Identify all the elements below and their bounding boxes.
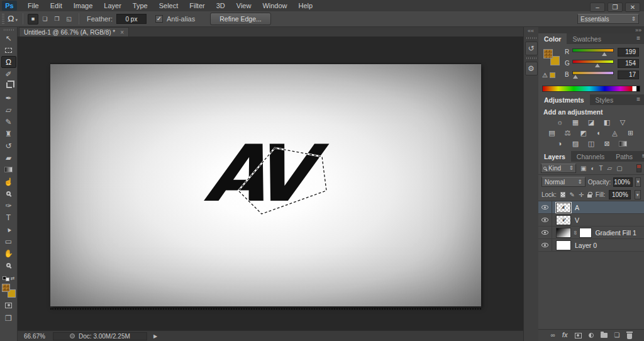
lock-paint-icon[interactable]: ✎: [569, 192, 574, 198]
screen-mode-button[interactable]: ❐: [1, 313, 16, 324]
filter-shape-icon[interactable]: ▱: [608, 165, 613, 172]
layer-row-a[interactable]: A A: [538, 201, 644, 214]
dodge-tool[interactable]: [1, 187, 16, 199]
fill-dropdown-icon[interactable]: ▾: [635, 190, 641, 199]
brightness-contrast-icon[interactable]: ☼: [555, 118, 565, 126]
foreground-color-swatch[interactable]: [2, 284, 10, 292]
brush-tool[interactable]: ✎: [1, 116, 16, 128]
rectangle-tool[interactable]: ▭: [1, 235, 16, 247]
tool-preset-caret-icon[interactable]: ▾: [15, 18, 18, 23]
feather-input[interactable]: 0 px: [116, 14, 147, 24]
red-slider-track[interactable]: [572, 48, 614, 52]
opacity-dropdown-icon[interactable]: ▾: [635, 177, 641, 187]
eraser-tool[interactable]: ▰: [1, 152, 16, 164]
workspace-switcher[interactable]: Essentials ⇕: [577, 14, 639, 24]
menu-view[interactable]: View: [231, 1, 257, 11]
panel-menu-icon[interactable]: ≡: [633, 94, 644, 105]
gradient-tool[interactable]: [1, 164, 16, 176]
lock-all-icon[interactable]: [587, 194, 592, 198]
menu-type[interactable]: Type: [127, 1, 153, 11]
lasso-tool-icon[interactable]: Ω: [8, 15, 14, 23]
opacity-input[interactable]: 100%: [613, 177, 633, 187]
menu-window[interactable]: Window: [257, 1, 292, 11]
lasso-tool[interactable]: Ω: [1, 56, 16, 68]
layer-thumbnail[interactable]: [556, 240, 571, 250]
layer-row-layer0[interactable]: Layer 0: [538, 239, 644, 252]
close-button[interactable]: ✕: [625, 3, 640, 12]
levels-icon[interactable]: ▦: [570, 118, 580, 126]
selection-mode-new-button[interactable]: ■: [28, 14, 38, 25]
hand-tool[interactable]: ✋: [1, 247, 16, 259]
tab-channels[interactable]: Channels: [571, 151, 610, 162]
quick-mask-button[interactable]: [1, 299, 16, 311]
default-swap-colors[interactable]: ⇄: [3, 275, 15, 281]
menu-3d[interactable]: 3D: [211, 1, 231, 11]
layer-name[interactable]: Layer 0: [575, 242, 597, 249]
filter-type-icon[interactable]: T: [599, 165, 603, 172]
selection-mode-intersect-button[interactable]: ◱: [64, 14, 74, 25]
layer-name[interactable]: A: [575, 204, 579, 211]
add-layer-mask-icon[interactable]: [575, 333, 582, 338]
visibility-cell[interactable]: [538, 226, 552, 238]
type-tool[interactable]: T: [1, 211, 16, 223]
green-value-input[interactable]: 154: [618, 59, 639, 68]
new-layer-icon[interactable]: ❏: [614, 332, 620, 338]
layer-filter-toggle[interactable]: [636, 164, 641, 172]
document-tab[interactable]: Untitled-1 @ 66.7% (A, RGB/8) * ×: [19, 27, 129, 36]
filter-smart-object-icon[interactable]: ▢: [616, 165, 622, 172]
properties-panel-button[interactable]: ⚙: [525, 62, 538, 75]
menu-edit[interactable]: Edit: [45, 1, 68, 11]
clone-stamp-tool[interactable]: ♜: [1, 128, 16, 140]
red-slider[interactable]: [572, 48, 614, 56]
layer-row-v[interactable]: V V: [538, 214, 644, 226]
layer-thumbnail[interactable]: V: [556, 215, 571, 225]
rectangular-marquee-tool[interactable]: [1, 44, 16, 56]
threshold-icon[interactable]: ◫: [586, 140, 596, 148]
minimize-button[interactable]: –: [590, 3, 605, 12]
menu-layer[interactable]: Layer: [98, 1, 127, 11]
green-slider-thumb[interactable]: [595, 64, 600, 67]
color-lookup-icon[interactable]: ⊞: [626, 129, 636, 137]
channel-mixer-icon[interactable]: ◬: [610, 129, 620, 137]
vibrance-icon[interactable]: ▽: [618, 118, 628, 126]
eyedropper-tool[interactable]: ✒: [1, 92, 16, 104]
blend-mode-select[interactable]: Normal ⇕: [541, 177, 586, 187]
menu-select[interactable]: Select: [153, 1, 184, 11]
canvas-pasteboard[interactable]: AV: [18, 36, 523, 330]
crop-tool[interactable]: [1, 80, 16, 92]
red-value-input[interactable]: 199: [618, 48, 639, 57]
selection-mode-subtract-button[interactable]: ❐: [52, 14, 62, 25]
visibility-cell[interactable]: [538, 201, 552, 213]
refine-edge-button[interactable]: Refine Edge...: [210, 13, 271, 25]
black-white-icon[interactable]: ◩: [579, 129, 589, 137]
green-slider-track[interactable]: [572, 60, 614, 64]
layer-name[interactable]: V: [575, 216, 579, 224]
tab-color[interactable]: Color: [538, 33, 567, 44]
blue-slider[interactable]: [572, 70, 614, 79]
lock-position-icon[interactable]: ✛: [579, 192, 584, 198]
curves-icon[interactable]: ◪: [586, 118, 596, 126]
tab-styles[interactable]: Styles: [590, 94, 619, 105]
visibility-cell[interactable]: [538, 239, 552, 251]
tab-layers[interactable]: Layers: [538, 151, 571, 162]
invert-icon[interactable]: ◑: [555, 140, 565, 148]
fill-input[interactable]: 100%: [609, 190, 630, 199]
tab-swatches[interactable]: Swatches: [567, 33, 607, 44]
lock-transparency-icon[interactable]: [560, 192, 566, 198]
document-canvas[interactable]: AV: [50, 64, 481, 306]
move-tool[interactable]: ↖: [1, 32, 16, 44]
spot-healing-brush-tool[interactable]: ▱: [1, 104, 16, 116]
menu-image[interactable]: Image: [68, 1, 99, 11]
antialias-checkbox[interactable]: ✓: [155, 15, 163, 23]
pen-tool[interactable]: ✑: [1, 199, 16, 211]
tab-adjustments[interactable]: Adjustments: [538, 94, 590, 105]
new-adjustment-layer-icon[interactable]: [589, 333, 594, 338]
document-info-field[interactable]: Doc: 3.00M/2.25M: [53, 332, 147, 340]
filter-pixel-icon[interactable]: ▣: [580, 165, 586, 172]
tab-close-icon[interactable]: ×: [120, 29, 124, 36]
history-brush-tool[interactable]: ↺: [1, 140, 16, 152]
selective-color-icon[interactable]: ⊠: [602, 140, 612, 148]
exposure-icon[interactable]: ◧: [602, 118, 612, 126]
color-spectrum-ramp[interactable]: [542, 86, 640, 92]
panel-menu-icon[interactable]: ≡: [638, 151, 644, 162]
